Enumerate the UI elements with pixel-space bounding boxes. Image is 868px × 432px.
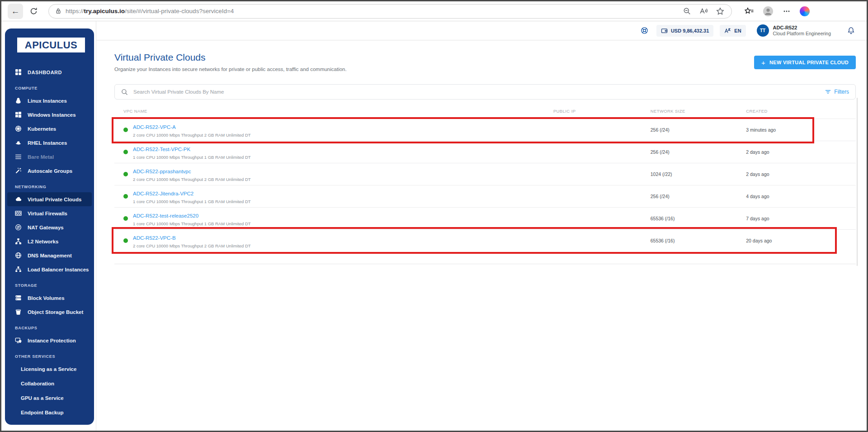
- windows-icon: [15, 111, 22, 118]
- page-subtitle: Organize your Instances into secure netw…: [114, 66, 856, 72]
- sidebar-item-label: Instance Protection: [28, 338, 76, 343]
- sidebar-item-virtual-firewalls[interactable]: Virtual Firewalls: [5, 206, 94, 220]
- sidebar-item-bare-metal[interactable]: Bare Metal: [5, 150, 94, 164]
- cloud-icon: [15, 196, 22, 203]
- sidebar-item-autoscale-groups[interactable]: Autoscale Groups: [5, 164, 94, 178]
- wallet-balance-chip[interactable]: USD 9,86,432.31: [656, 25, 713, 37]
- sidebar-item-l2-networks[interactable]: L2 Networks: [5, 234, 94, 248]
- table-row-adc-r522-pprashantvpc: ADC-R522-pprashantvpc 2 core CPU 10000 M…: [114, 163, 856, 185]
- favorite-star-icon[interactable]: [716, 7, 724, 15]
- vpc-spec: 1 core CPU 10000 Mbps Throughput 1 GB RA…: [133, 199, 251, 204]
- favorites-bar-icon[interactable]: [745, 7, 754, 15]
- sidebar-section-storage: STORAGE: [5, 276, 94, 291]
- sidebar-item-label: NAT Gateways: [28, 225, 64, 230]
- table-row-adc-r522-test-vpc-pk: ADC-R522-Test-VPC-PK 1 core CPU 10000 Mb…: [114, 141, 856, 163]
- table-row-adc-r522-vpc-a: ADC-R522-VPC-A 2 core CPU 10000 Mbps Thr…: [114, 119, 856, 141]
- sidebar-section-compute: COMPUTE: [5, 79, 94, 94]
- col-network-size: NETWORK SIZE: [651, 109, 746, 114]
- sidebar-section-networking: NETWORKING: [5, 178, 94, 192]
- sidebar-item-nat-gateways[interactable]: NAT Gateways: [5, 220, 94, 234]
- vpc-network-size: 256 (/24): [651, 127, 746, 133]
- sidebar-item-dashboard[interactable]: DASHBOARD: [5, 65, 94, 79]
- status-dot: [123, 238, 128, 243]
- kubernetes-icon: [15, 125, 22, 132]
- table-body: ADC-R522-VPC-A 2 core CPU 10000 Mbps Thr…: [114, 119, 856, 252]
- address-bar[interactable]: https://try.apiculus.io/site/#/virtual-p…: [48, 4, 732, 19]
- sidebar-item-instance-protection[interactable]: Instance Protection: [5, 333, 94, 347]
- back-arrow-icon: ←: [11, 6, 20, 16]
- col-vpc-name: VPC NAME: [114, 109, 553, 114]
- sidebar-item-linux-instances[interactable]: Linux Instances: [5, 94, 94, 108]
- wallet-icon: [661, 28, 668, 34]
- vpc-table: VPC NAME PUBLIC IP NETWORK SIZE CREATED …: [114, 103, 856, 264]
- zoom-out-icon[interactable]: [683, 7, 691, 15]
- sidebar-item-load-balancer-instances[interactable]: Load Balancer Instances: [5, 262, 94, 276]
- vpc-spec: 2 core CPU 10000 Mbps Throughput 2 GB RA…: [133, 177, 251, 182]
- sidebar-item-rhel-instances[interactable]: RHEL Instances: [5, 136, 94, 150]
- refresh-button[interactable]: [26, 4, 41, 19]
- vpc-spec: 1 core CPU 10000 Mbps Throughput 1 GB RA…: [133, 155, 251, 160]
- sidebar-item-label: RHEL Instances: [28, 140, 67, 146]
- col-public-ip: PUBLIC IP: [553, 109, 651, 114]
- vpc-created: 20 days ago: [746, 238, 856, 243]
- account-name: ADC-R522: [773, 25, 831, 31]
- read-aloud-icon[interactable]: [699, 7, 708, 15]
- sidebar-item-label: DASHBOARD: [28, 70, 62, 75]
- status-dot: [123, 128, 128, 132]
- vpc-name-link[interactable]: ADC-R522-pprashantvpc: [133, 169, 191, 174]
- sidebar-item-object-storage-bucket[interactable]: Object Storage Bucket: [5, 305, 94, 319]
- account-menu[interactable]: TT ADC-R522 Cloud Platform Engineering: [757, 24, 831, 37]
- vpc-name-link[interactable]: ADC-R522-VPC-B: [133, 235, 176, 241]
- scrollbar[interactable]: [857, 98, 858, 266]
- settings-ellipsis-icon[interactable]: [783, 7, 791, 15]
- sidebar-item-virtual-private-clouds[interactable]: Virtual Private Clouds: [7, 192, 92, 206]
- sidebar-item-dns-management[interactable]: DNS Management: [5, 248, 94, 262]
- url-text: https://try.apiculus.io/site/#/virtual-p…: [66, 8, 679, 14]
- notifications-bell-icon[interactable]: [847, 27, 855, 35]
- vpc-spec: 2 core CPU 10000 Mbps Throughput 2 GB RA…: [133, 243, 251, 248]
- apiculus-logo[interactable]: APICULUS: [17, 38, 85, 52]
- lock-icon: [55, 8, 61, 14]
- sidebar-item-licensing-as-a-service[interactable]: Licensing as a Service: [5, 362, 94, 376]
- sidebar-item-label: L2 Networks: [28, 239, 58, 244]
- vpc-name-link[interactable]: ADC-R522-Jitendra-VPC2: [133, 191, 193, 196]
- new-vpc-button[interactable]: + NEW VIRTUAL PRIVATE CLOUD: [754, 56, 856, 69]
- sidebar-item-label: Endpoint Backup: [21, 410, 64, 415]
- language-selector[interactable]: EN: [720, 25, 745, 37]
- sidebar-section-other-services: OTHER SERVICES: [5, 347, 94, 362]
- copilot-icon[interactable]: [800, 6, 810, 16]
- sidebar-item-label: Autoscale Groups: [28, 168, 72, 174]
- vpc-spec: 2 core CPU 10000 Mbps Throughput 2 GB RA…: [133, 133, 251, 138]
- sidebar-item-block-volumes[interactable]: Block Volumes: [5, 291, 94, 305]
- vpc-name-link[interactable]: ADC-R522-VPC-A: [133, 124, 176, 130]
- sidebar-item-windows-instances[interactable]: Windows Instances: [5, 108, 94, 122]
- table-row-adc-r522-test-release2520: ADC-R522-test-release2520 1 core CPU 100…: [114, 207, 856, 229]
- browser-window: ← https://try.apiculus.io/site/#/virtual…: [0, 0, 868, 432]
- account-org: Cloud Platform Engineering: [773, 31, 831, 36]
- search-bar: Filters: [114, 84, 856, 100]
- sidebar-item-gpu-as-a-service[interactable]: GPU as a Service: [5, 391, 94, 405]
- wallet-balance: USD 9,86,432.31: [671, 28, 709, 33]
- sidebar-item-kubernetes[interactable]: Kubernetes: [5, 122, 94, 136]
- filters-button[interactable]: Filters: [825, 89, 849, 95]
- sidebar-item-label: Block Volumes: [28, 295, 65, 301]
- vpc-network-size: 65536 (/16): [651, 238, 746, 243]
- plus-icon: +: [761, 59, 765, 66]
- sidebar-item-endpoint-backup[interactable]: Endpoint Backup: [5, 405, 94, 420]
- back-button[interactable]: ←: [8, 4, 23, 19]
- app-header: USD 9,86,432.31 EN TT ADC-R522 Cloud Pla…: [96, 21, 867, 40]
- l2-network-icon: [15, 238, 22, 245]
- support-globe-icon[interactable]: [639, 25, 650, 37]
- sidebar-item-collaboration[interactable]: Collaboration: [5, 376, 94, 391]
- sidebar: APICULUS DASHBOARDCOMPUTELinux Instances…: [5, 28, 94, 425]
- translate-icon: [724, 28, 731, 34]
- search-input[interactable]: [133, 89, 820, 95]
- sidebar-section-backups: BACKUPS: [5, 319, 94, 333]
- autoscale-icon: [15, 167, 22, 174]
- vpc-name-link[interactable]: ADC-R522-Test-VPC-PK: [133, 147, 190, 152]
- firewall-icon: [15, 210, 22, 217]
- vpc-name-link[interactable]: ADC-R522-test-release2520: [133, 213, 198, 218]
- table-row-adc-r522-vpc-b: ADC-R522-VPC-B 2 core CPU 10000 Mbps Thr…: [114, 229, 856, 252]
- sidebar-item-label: Object Storage Bucket: [28, 309, 83, 315]
- profile-avatar-icon[interactable]: [763, 6, 774, 17]
